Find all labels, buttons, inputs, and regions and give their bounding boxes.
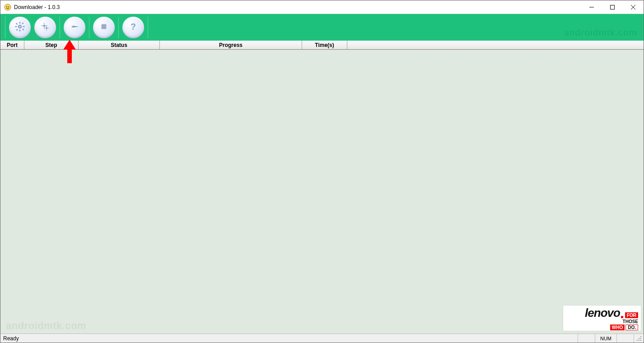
resize-grip[interactable] [634, 334, 644, 343]
window-title: Downloader - 1.0.3 [14, 4, 60, 10]
svg-rect-21 [47, 26, 47, 27]
lenovo-dot [621, 316, 623, 318]
svg-rect-18 [42, 25, 43, 26]
double-gear-icon [39, 21, 51, 34]
start-play-button[interactable] [64, 17, 85, 38]
content-area: androidmtk.com lenovo FOR THOSE WHO DO. [0, 50, 644, 334]
help-button[interactable]: ? [122, 17, 144, 38]
svg-rect-9 [15, 26, 17, 28]
svg-rect-31 [639, 340, 639, 341]
header-status[interactable]: Status [79, 41, 160, 49]
svg-rect-14 [16, 29, 18, 31]
toolbar-separator [118, 17, 119, 38]
svg-rect-23 [44, 28, 45, 28]
svg-rect-4 [611, 5, 615, 9]
gear-icon [14, 21, 26, 34]
stop-icon [98, 21, 110, 34]
lenovo-do-text: DO. [625, 324, 638, 330]
question-icon: ? [127, 21, 139, 34]
statusbar-num-indicator: NUM [595, 334, 616, 343]
toolbar-separator [89, 17, 89, 38]
svg-point-1 [6, 6, 7, 7]
header-port[interactable]: Port [0, 41, 24, 49]
svg-rect-24 [48, 28, 49, 28]
lenovo-who-text: WHO [610, 324, 625, 330]
svg-rect-22 [47, 30, 47, 31]
toolbar: ? androidmtk.com [0, 14, 644, 41]
svg-text:?: ? [131, 22, 136, 32]
svg-rect-10 [23, 26, 25, 28]
svg-rect-11 [15, 23, 18, 25]
lenovo-for-text: FOR [625, 312, 638, 318]
svg-rect-7 [19, 22, 21, 23]
play-icon [69, 21, 80, 34]
svg-rect-13 [22, 22, 24, 24]
watermark-top: androidmtk.com [564, 28, 637, 38]
svg-rect-8 [19, 30, 21, 32]
toolbar-separator [5, 17, 5, 38]
svg-rect-28 [639, 338, 639, 339]
svg-rect-16 [44, 23, 45, 24]
application-window: Downloader - 1.0.3 [0, 0, 644, 343]
svg-point-15 [43, 24, 45, 27]
lenovo-badge: lenovo FOR THOSE WHO DO. [563, 306, 641, 331]
lenovo-brand-text: lenovo [585, 306, 620, 320]
svg-point-0 [5, 4, 11, 10]
app-icon [4, 4, 11, 11]
svg-rect-32 [640, 340, 641, 341]
header-progress[interactable]: Progress [160, 41, 302, 49]
stop-button[interactable] [93, 17, 115, 38]
svg-rect-12 [22, 28, 24, 31]
header-times[interactable]: Time(s) [302, 41, 347, 49]
svg-point-2 [8, 6, 9, 7]
lenovo-those-text: THOSE [623, 319, 638, 324]
svg-rect-27 [640, 336, 641, 337]
statusbar: Ready NUM [0, 334, 644, 343]
statusbar-pane-empty [578, 334, 595, 343]
table-header-row: Port Step Status Progress Time(s) [0, 41, 644, 50]
close-button[interactable] [623, 0, 644, 14]
toolbar-separator [148, 17, 148, 38]
svg-rect-25 [102, 24, 107, 29]
header-fill [347, 41, 644, 49]
watermark-bottom: androidmtk.com [6, 320, 86, 332]
svg-point-20 [46, 27, 47, 29]
svg-rect-30 [637, 340, 638, 341]
settings-double-gear-button[interactable] [34, 17, 56, 38]
minimize-button[interactable] [581, 0, 602, 14]
maximize-button[interactable] [602, 0, 623, 14]
statusbar-pane-empty-2 [616, 334, 634, 343]
settings-gear-button[interactable] [9, 17, 31, 38]
status-text: Ready [0, 335, 19, 342]
titlebar: Downloader - 1.0.3 [0, 0, 644, 14]
toolbar-separator [60, 17, 60, 38]
svg-rect-29 [640, 338, 641, 339]
header-step[interactable]: Step [24, 41, 79, 49]
